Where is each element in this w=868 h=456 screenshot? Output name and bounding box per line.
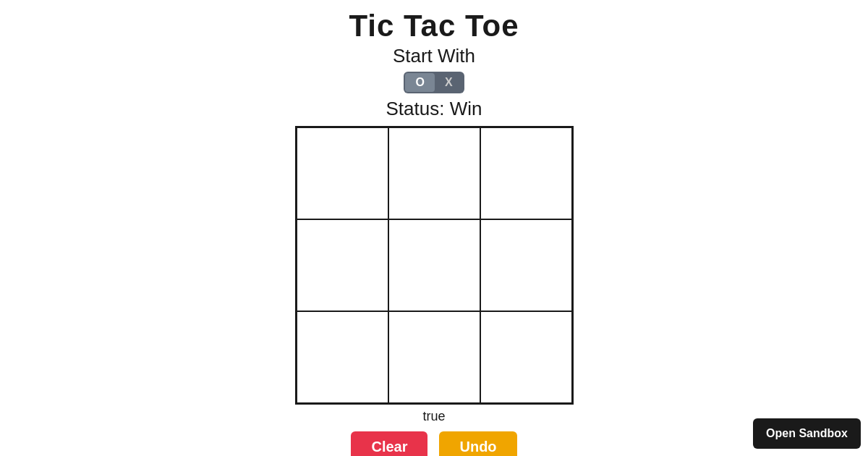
game-board xyxy=(295,126,574,405)
clear-button[interactable]: Clear xyxy=(351,431,427,456)
cell-5[interactable] xyxy=(480,219,572,311)
cell-7[interactable] xyxy=(388,311,480,403)
cell-8[interactable] xyxy=(480,311,572,403)
toggle-o-button[interactable]: O xyxy=(405,73,434,92)
status-text: Status: Win xyxy=(386,98,482,120)
toggle-x-button[interactable]: X xyxy=(435,73,463,92)
cell-4[interactable] xyxy=(388,219,480,311)
start-with-label: Start With xyxy=(393,45,475,67)
cell-1[interactable] xyxy=(388,127,480,219)
page-title: Tic Tac Toe xyxy=(349,9,519,43)
cell-2[interactable] xyxy=(480,127,572,219)
action-buttons: Clear Undo xyxy=(351,431,516,456)
cell-0[interactable] xyxy=(297,127,388,219)
cell-3[interactable] xyxy=(297,219,388,311)
undo-button[interactable]: Undo xyxy=(439,431,516,456)
board-status: true xyxy=(422,409,445,424)
board-container xyxy=(295,126,574,405)
cell-6[interactable] xyxy=(297,311,388,403)
player-toggle[interactable]: O X xyxy=(404,72,464,93)
open-sandbox-button[interactable]: Open Sandbox xyxy=(753,418,861,449)
